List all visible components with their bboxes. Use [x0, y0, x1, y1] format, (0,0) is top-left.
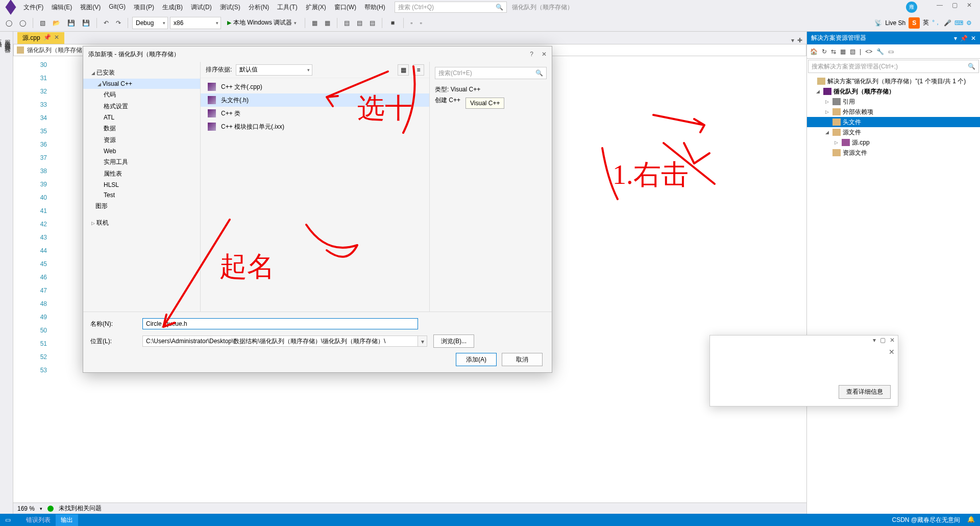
undo-icon[interactable]: ↶ — [101, 18, 111, 28]
add-button[interactable]: 添加(A) — [456, 353, 497, 366]
tb-icon-4[interactable]: ▤ — [354, 18, 365, 28]
collapse-icon[interactable]: ⇆ — [831, 48, 836, 55]
ime-badge-icon[interactable]: S — [909, 17, 920, 29]
browse-button[interactable]: 浏览(B)... — [433, 334, 474, 348]
zoom-level[interactable]: 169 % — [17, 505, 35, 512]
platform-combo[interactable]: x86 — [170, 17, 221, 29]
ime-kbd-icon[interactable]: ⌨ — [954, 19, 963, 27]
pp-inner-close-icon[interactable]: ✕ — [889, 348, 895, 356]
nav-fwd-icon[interactable]: ◯ — [17, 18, 29, 28]
tb-icon-5[interactable]: ▤ — [367, 18, 378, 28]
headers-folder[interactable]: 头文件 — [807, 117, 980, 127]
panel-close-icon[interactable]: ✕ — [971, 35, 976, 42]
category-tree[interactable]: 已安装 Visual C++ 代码格式设置ATL数据资源Web实用工具属性表HL… — [83, 62, 201, 312]
menu-item[interactable]: 帮助(H) — [360, 1, 389, 14]
view-details-button[interactable]: 查看详细信息 — [839, 385, 891, 399]
cat-item[interactable]: 实用工具 — [83, 156, 200, 168]
template-item[interactable]: C++ 文件(.cpp) — [201, 80, 429, 93]
nav-back-icon[interactable]: ◯ — [3, 18, 15, 28]
config-icon[interactable]: ▭ — [888, 48, 894, 55]
close-window-button[interactable]: ✕ — [967, 2, 972, 13]
tb-icon-8[interactable]: ▫ — [418, 18, 425, 28]
panel-dd-icon[interactable]: ▾ — [954, 35, 957, 42]
ime-set-icon[interactable]: ⚙ — [966, 19, 972, 27]
cat-item[interactable]: ATL — [83, 112, 200, 123]
cat-item[interactable]: Test — [83, 190, 200, 200]
error-list-tab[interactable]: 错误列表 — [21, 514, 56, 526]
tb-icon-2[interactable]: ▦ — [322, 18, 333, 28]
menu-item[interactable]: 窗口(W) — [330, 1, 360, 14]
menu-item[interactable]: 分析(N) — [244, 1, 274, 14]
menu-item[interactable]: 扩展(X) — [302, 1, 330, 14]
menu-item[interactable]: 调试(D) — [187, 1, 216, 14]
left-tool-rail[interactable]: 服务器资源管理器 工具箱 — [0, 32, 13, 514]
menu-item[interactable]: 编辑(E) — [47, 1, 76, 14]
cat-item[interactable]: Web — [83, 146, 200, 156]
cat-item[interactable]: HLSL — [83, 180, 200, 190]
tb-icon-3[interactable]: ▤ — [341, 18, 352, 28]
cancel-button[interactable]: 取消 — [502, 353, 543, 366]
home-icon[interactable]: 🏠 — [810, 48, 818, 55]
cat-item[interactable]: 属性表 — [83, 168, 200, 180]
template-list[interactable]: C++ 文件(.cpp)头文件(.h)C++ 类C++ 模块接口单元(.ixx) — [201, 78, 429, 312]
ime-mic-icon[interactable]: 🎤 — [944, 19, 951, 27]
pp-close-icon[interactable]: ✕ — [890, 337, 895, 345]
template-item[interactable]: 头文件(.h) — [201, 93, 429, 107]
dialog-close-icon[interactable]: ✕ — [542, 51, 547, 58]
solution-tree[interactable]: 解决方案"循化队列（顺序存储）"(1 个项目/共 1 个) ◢循化队列（顺序存储… — [807, 74, 980, 160]
view-list-icon[interactable]: ≡ — [413, 64, 424, 76]
help-icon[interactable]: ? — [530, 51, 533, 58]
liveshare-label[interactable]: Live Sh — [885, 19, 905, 27]
quick-search-box[interactable]: 搜索 (Ctrl+Q) 🔍 — [395, 2, 507, 13]
menu-item[interactable]: 项目(P) — [130, 1, 158, 14]
liveshare-icon[interactable]: 📡 — [874, 19, 882, 27]
cat-item[interactable]: 数据 — [83, 123, 200, 134]
toolbox-tab[interactable]: 工具箱 — [0, 35, 3, 505]
panel-pin-icon[interactable]: 📌 — [960, 35, 968, 42]
wrench-icon[interactable]: 🔧 — [876, 48, 884, 55]
server-explorer-tab[interactable]: 服务器资源管理器 — [3, 35, 12, 505]
location-input[interactable] — [142, 336, 418, 347]
cat-graphics[interactable]: 图形 — [83, 200, 200, 212]
tab-close-icon[interactable]: ✕ — [54, 34, 59, 42]
notify-icon[interactable]: 🔔 — [967, 516, 975, 524]
tb-icon-6[interactable]: ◾ — [386, 18, 399, 28]
user-avatar[interactable]: 雍 — [906, 2, 917, 13]
template-item[interactable]: C++ 类 — [201, 107, 429, 120]
ime-punct-icon[interactable]: °， — [932, 18, 941, 27]
cat-item[interactable]: 代码 — [83, 89, 200, 101]
panel-toolbar[interactable]: 🏠 ↻ ⇆ ▦ ▧ | <> 🔧 ▭ — [807, 44, 980, 59]
ime-lang[interactable]: 英 — [923, 18, 929, 27]
pp-dd-icon[interactable]: ▾ — [873, 337, 876, 345]
solution-search[interactable]: 搜索解决方案资源管理器(Ctrl+;) 🔍 — [808, 60, 979, 73]
menu-item[interactable]: 生成(B) — [158, 1, 187, 14]
config-combo[interactable]: Debug — [132, 17, 168, 29]
pin-icon[interactable]: 📌 — [43, 34, 51, 42]
dialog-title-bar[interactable]: 添加新项 - 循化队列（顺序存储） ?✕ — [83, 46, 552, 62]
new-project-icon[interactable]: ▧ — [37, 18, 48, 28]
cat-item[interactable]: 资源 — [83, 134, 200, 146]
name-input[interactable] — [142, 318, 418, 329]
tab-dropdown-icon[interactable]: ▾ — [791, 37, 794, 44]
pp-max-icon[interactable]: ▢ — [880, 337, 886, 345]
panel-title-bar[interactable]: 解决方案资源管理器 ▾📌✕ — [807, 32, 980, 44]
minimize-button[interactable]: — — [937, 2, 943, 13]
output-tab[interactable]: 输出 — [56, 514, 78, 526]
open-icon[interactable]: 📂 — [50, 18, 63, 28]
tab-source-cpp[interactable]: 源.cpp 📌 ✕ — [17, 32, 64, 44]
menu-item[interactable]: 测试(S) — [216, 1, 244, 14]
props-icon[interactable]: ▧ — [850, 48, 855, 55]
sync-icon[interactable]: ↻ — [822, 48, 827, 55]
cat-vcpp[interactable]: Visual C++ — [83, 79, 200, 89]
save-icon[interactable]: 💾 — [65, 18, 78, 28]
menu-item[interactable]: Git(G) — [105, 1, 130, 14]
view-tiles-icon[interactable]: ▦ — [398, 64, 409, 76]
cat-item[interactable]: 格式设置 — [83, 101, 200, 112]
maximize-button[interactable]: ▢ — [952, 2, 958, 13]
location-dd-icon[interactable]: ▾ — [418, 336, 427, 347]
run-button[interactable]: ▶ 本地 Windows 调试器 ▾ — [223, 18, 301, 27]
menu-item[interactable]: 文件(F) — [19, 1, 47, 14]
redo-icon[interactable]: ↷ — [113, 18, 124, 28]
tb-icon-7[interactable]: ▫ — [408, 18, 415, 28]
output-window-icon[interactable]: ▭ — [5, 516, 11, 523]
